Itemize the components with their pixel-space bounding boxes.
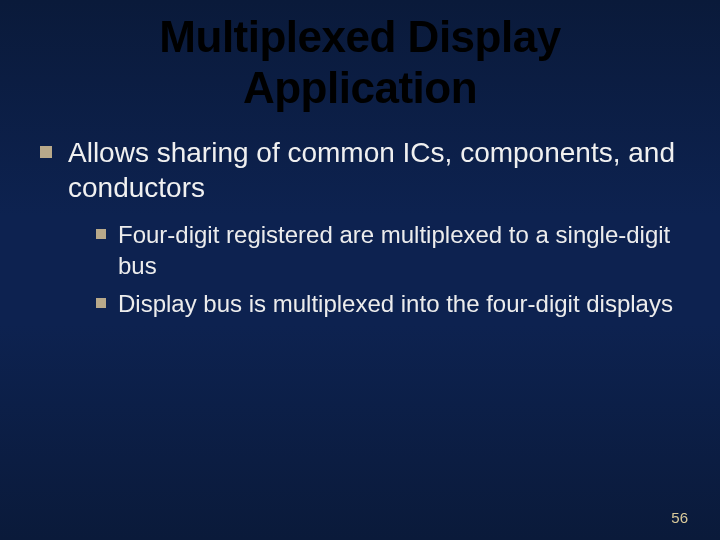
sub-bullet-list: Four-digit registered are multiplexed to… [96, 219, 680, 319]
bullet-text: Four-digit registered are multiplexed to… [118, 219, 680, 281]
bullet-level2: Four-digit registered are multiplexed to… [96, 219, 680, 281]
square-bullet-icon [96, 298, 106, 308]
bullet-level1: Allows sharing of common ICs, components… [40, 135, 680, 205]
bullet-level2: Display bus is multiplexed into the four… [96, 288, 680, 319]
slide-title: Multiplexed Display Application [40, 12, 680, 113]
square-bullet-icon [40, 146, 52, 158]
square-bullet-icon [96, 229, 106, 239]
bullet-text: Allows sharing of common ICs, components… [68, 135, 680, 205]
page-number: 56 [671, 509, 688, 526]
slide-container: Multiplexed Display Application Allows s… [0, 0, 720, 540]
bullet-text: Display bus is multiplexed into the four… [118, 288, 673, 319]
